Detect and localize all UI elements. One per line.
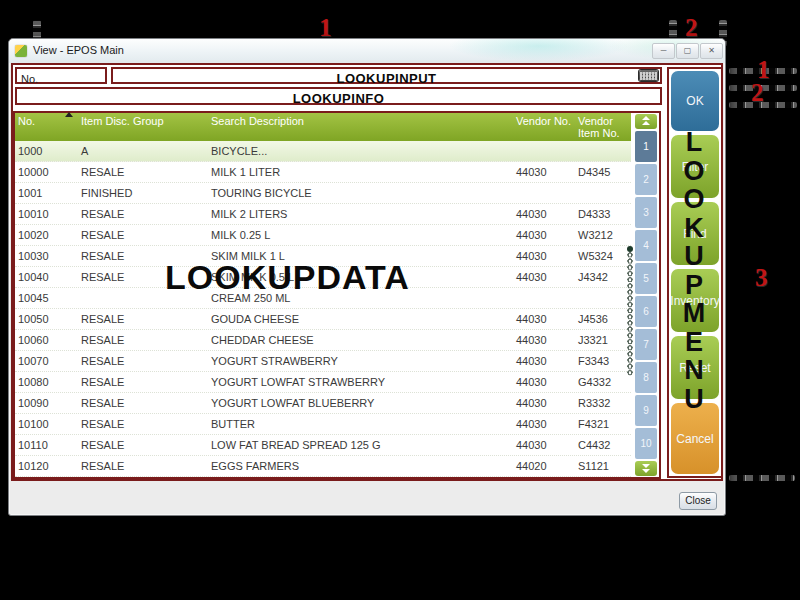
table-cell: 44030 [513,435,575,455]
table-cell: RESALE [78,204,208,224]
pager-page-3[interactable]: 3 [635,197,657,228]
table-cell [513,183,575,203]
lookupdata-overlay: LOOKUPDATA [165,258,410,297]
table-cell: F4321 [575,414,631,434]
table-cell: 10000 [15,162,78,182]
no-field[interactable]: No. [15,67,107,84]
tear-mark-right-4 [729,475,795,481]
table-row[interactable]: 1000ABICYCLE... [15,141,631,162]
table-cell: 44030 [513,414,575,434]
table-cell: 10090 [15,393,78,413]
pager-page-6[interactable]: 6 [635,296,657,327]
table-cell: D4345 [575,162,631,182]
scroll-down-button[interactable] [635,461,657,476]
column-header-search-description[interactable]: Search Description [208,113,513,141]
table-row[interactable]: 10050RESALEGOUDA CHEESE44030J4536 [15,309,631,330]
table-row[interactable]: 10080RESALEYOGURT LOWFAT STRAWBERRY44030… [15,372,631,393]
table-cell [513,288,575,308]
table-cell [513,141,575,161]
table-row[interactable]: 10010RESALEMILK 2 LITERS44030D4333 [15,204,631,225]
pager-page-8[interactable]: 8 [635,362,657,393]
column-header-vendor-item-no[interactable]: Vendor Item No. [575,113,631,141]
pager-page-9[interactable]: 9 [635,395,657,426]
table-cell: BICYCLE... [208,141,513,161]
table-cell: LOW FAT BREAD SPREAD 125 G [208,435,513,455]
table-cell: YOGURT LOWFAT BLUEBERRY [208,393,513,413]
pager-page-2[interactable]: 2 [635,164,657,195]
table-cell: 44030 [513,204,575,224]
table-row[interactable]: 1001FINISHEDTOURING BICYCLE [15,183,631,204]
table-cell: G4332 [575,372,631,392]
table-cell: 10010 [15,204,78,224]
pager-page-1[interactable]: 1 [635,131,657,162]
minimize-button[interactable]: ─ [652,43,675,59]
table-cell [575,141,631,161]
column-header-vendor-no[interactable]: Vendor No. [513,113,575,141]
table-cell: 10120 [15,456,78,476]
lookupmenu-overlay: LOOKUPMENU [666,128,722,413]
table-cell: W3212 [575,225,631,245]
pager-page-5[interactable]: 5 [635,263,657,294]
maximize-button[interactable]: ▢ [676,43,699,59]
table-cell: RESALE [78,456,208,476]
table-cell [575,288,631,308]
titlebar: View - EPOS Main ─ ▢ ✕ [9,39,725,63]
table-cell: 44030 [513,309,575,329]
table-cell: 10080 [15,372,78,392]
no-field-label: No. [17,73,38,86]
table-cell: 1000 [15,141,78,161]
table-cell: RESALE [78,414,208,434]
table-cell: RESALE [78,393,208,413]
table-row[interactable]: 10060RESALECHEDDAR CHEESE44030J3321 [15,330,631,351]
pager-page-7[interactable]: 7 [635,329,657,360]
table-cell: 10050 [15,309,78,329]
table-cell: S1121 [575,456,631,476]
lookup-info-overlay-label: LOOKUPINFO [293,91,385,106]
table-row[interactable]: 10070RESALEYOGURT STRAWBERRY44030F3343 [15,351,631,372]
table-row[interactable]: 10020RESALEMILK 0.25 L44030W3212 [15,225,631,246]
table-cell: 44020 [513,456,575,476]
close-window-button[interactable]: ✕ [700,43,723,59]
table-cell: 10060 [15,330,78,350]
table-cell: J4342 [575,267,631,287]
pager-page-4[interactable]: 4 [635,230,657,261]
table-cell: 1001 [15,183,78,203]
bead-chain-decoration [626,252,634,376]
table-cell: CHEDDAR CHEESE [208,330,513,350]
table-cell: A [78,141,208,161]
table-cell: RESALE [78,330,208,350]
callout-3-right: 3 [755,264,768,292]
table-row[interactable]: 10120RESALEEGGS FARMERS44020S1121 [15,456,631,477]
ok-button[interactable]: OK [671,71,719,131]
scroll-up-button[interactable] [635,114,657,129]
table-cell: RESALE [78,309,208,329]
table-header: No.Item Disc. GroupSearch DescriptionVen… [15,113,631,141]
table-row[interactable]: 10110RESALELOW FAT BREAD SPREAD 125 G440… [15,435,631,456]
column-header-no[interactable]: No. [15,113,78,141]
cancel-button[interactable]: Cancel [671,403,719,474]
table-cell: 44030 [513,225,575,245]
table-cell: 44030 [513,267,575,287]
table-cell: MILK 1 LITER [208,162,513,182]
lookup-input-field[interactable]: LOOKUPINPUT [111,67,662,84]
callout-2-right: 2 [751,79,764,107]
table-cell: FINISHED [78,183,208,203]
table-row[interactable]: 10090RESALEYOGURT LOWFAT BLUEBERRY44030R… [15,393,631,414]
table-cell: 44030 [513,330,575,350]
table-cell: MILK 2 LITERS [208,204,513,224]
table-cell: 10070 [15,351,78,371]
table-cell: J3321 [575,330,631,350]
table-cell: RESALE [78,162,208,182]
column-header-item-disc-group[interactable]: Item Disc. Group [78,113,208,141]
window-title: View - EPOS Main [33,44,124,56]
keyboard-icon[interactable] [639,70,658,81]
table-cell: MILK 0.25 L [208,225,513,245]
table-row[interactable]: 10100RESALEBUTTER44030F4321 [15,414,631,435]
table-cell: RESALE [78,435,208,455]
close-button[interactable]: Close [679,492,717,510]
table-cell: 10040 [15,267,78,287]
table-row[interactable]: 10000RESALEMILK 1 LITER44030D4345 [15,162,631,183]
pager-page-10[interactable]: 10 [635,428,657,459]
table-cell: R3332 [575,393,631,413]
titlebar-glow [449,39,629,61]
